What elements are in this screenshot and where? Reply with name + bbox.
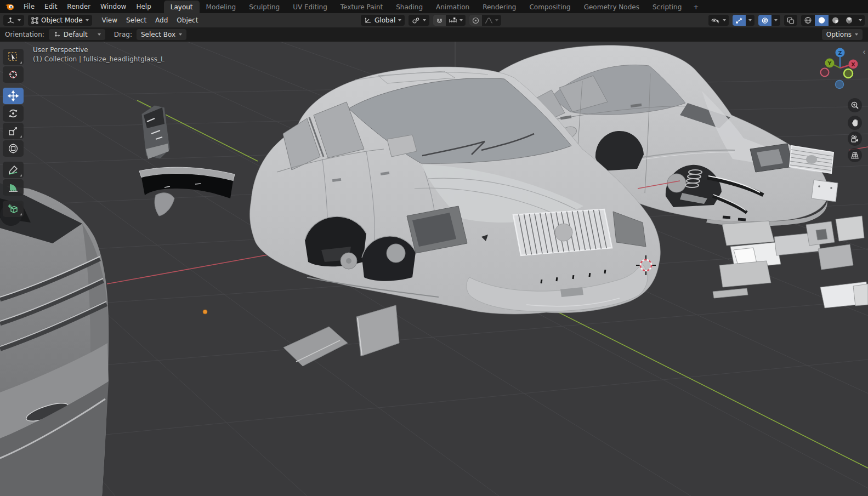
- transform-tool-icon: [8, 143, 19, 154]
- overlays-icon: [761, 17, 769, 24]
- toolbar: [3, 49, 24, 218]
- select-box-icon: [8, 52, 19, 62]
- perspective-toggle-button[interactable]: [848, 148, 862, 162]
- menu-render[interactable]: Render: [62, 0, 95, 13]
- topbar: File Edit Render Window Help Layout Mode…: [0, 0, 868, 13]
- navigation-gizmo[interactable]: Z Y X: [818, 46, 862, 91]
- tab-rendering[interactable]: Rendering: [476, 1, 523, 13]
- orientation-default-dropdown[interactable]: Default: [49, 29, 105, 40]
- transform-tool-button[interactable]: [3, 140, 24, 157]
- pivot-point-dropdown[interactable]: [409, 15, 429, 26]
- mode-dropdown[interactable]: Object Mode: [28, 15, 92, 26]
- xray-toggle[interactable]: [784, 15, 797, 26]
- menu-view[interactable]: View: [98, 16, 122, 24]
- object-origin-dot: [203, 310, 207, 314]
- annotate-tool-button[interactable]: [3, 162, 24, 178]
- drag-field-label: Drag:: [114, 31, 132, 38]
- chevron-down-icon: [98, 33, 101, 36]
- add-cube-tool-button[interactable]: [3, 201, 24, 217]
- add-cube-icon: [8, 203, 19, 214]
- menu-edit[interactable]: Edit: [39, 0, 62, 13]
- solid-shading-button[interactable]: [815, 15, 829, 26]
- object-visibility-dropdown[interactable]: [708, 15, 729, 26]
- measure-tool-icon: [8, 182, 19, 193]
- rotate-tool-button[interactable]: [3, 105, 24, 122]
- pivot-icon: [412, 17, 420, 24]
- gizmo-minus-z-axis[interactable]: [836, 81, 844, 89]
- material-preview-button[interactable]: [829, 15, 842, 26]
- tab-layout[interactable]: Layout: [164, 1, 200, 13]
- snap-increment-icon: [449, 17, 457, 24]
- chevron-down-icon: [855, 33, 858, 36]
- scale-tool-button[interactable]: [3, 123, 24, 139]
- menu-file[interactable]: File: [19, 0, 39, 13]
- options-dropdown[interactable]: Options: [822, 29, 863, 40]
- snap-group: [433, 15, 466, 26]
- wireframe-shading-button[interactable]: [801, 15, 815, 26]
- tab-sculpting[interactable]: Sculpting: [242, 1, 286, 13]
- rendered-shading-icon: [845, 16, 853, 24]
- gizmo-minus-y-axis[interactable]: [844, 69, 853, 78]
- menu-add[interactable]: Add: [151, 16, 172, 24]
- gizmo-dropdown[interactable]: [746, 15, 754, 26]
- xray-icon: [787, 17, 795, 24]
- chevron-down-icon: [723, 19, 726, 21]
- chevron-down-icon: [179, 33, 182, 36]
- tab-compositing[interactable]: Compositing: [523, 1, 577, 13]
- rendered-shading-button[interactable]: [842, 15, 856, 26]
- add-workspace-button[interactable]: +: [688, 1, 704, 13]
- visibility-eye-icon: [711, 17, 721, 24]
- move-tool-button[interactable]: [3, 88, 24, 104]
- gizmo-minus-x-axis[interactable]: [821, 69, 829, 77]
- material-preview-icon: [831, 16, 839, 24]
- cursor-tool-icon: [8, 69, 19, 80]
- tab-shading[interactable]: Shading: [389, 1, 429, 13]
- drag-value: Select Box: [141, 31, 175, 38]
- viewport-header: Object Mode View Select Add Object Globa…: [0, 13, 868, 27]
- snap-toggle[interactable]: [433, 15, 446, 26]
- tab-geometry-nodes[interactable]: Geometry Nodes: [577, 1, 646, 13]
- transform-orientation-dropdown[interactable]: Global: [361, 15, 405, 26]
- 3d-viewport[interactable]: User Perspective (1) Collection | fullsi…: [0, 42, 868, 496]
- camera-view-button[interactable]: [848, 132, 862, 146]
- menu-help[interactable]: Help: [131, 0, 156, 13]
- tab-modeling[interactable]: Modeling: [200, 1, 243, 13]
- pan-hand-icon: [851, 118, 859, 127]
- cursor-tool-button[interactable]: [3, 66, 24, 83]
- object-mode-icon: [31, 17, 38, 24]
- workspace-tabs: Layout Modeling Sculpting UV Editing Tex…: [164, 0, 704, 13]
- tab-animation[interactable]: Animation: [429, 1, 476, 13]
- chevron-down-icon: [774, 19, 778, 21]
- falloff-dropdown[interactable]: [482, 15, 501, 26]
- snap-target-dropdown[interactable]: [446, 15, 466, 26]
- chevron-down-icon: [459, 19, 463, 21]
- chevron-down-icon: [423, 19, 426, 21]
- drag-mode-dropdown[interactable]: Select Box: [137, 29, 186, 40]
- display-options: [708, 15, 865, 26]
- show-gizmo-toggle[interactable]: [733, 15, 746, 26]
- rotate-tool-icon: [8, 108, 19, 119]
- pan-button[interactable]: [848, 116, 862, 130]
- menu-select[interactable]: Select: [122, 16, 151, 24]
- measure-tool-button[interactable]: [3, 179, 24, 196]
- tab-uv-editing[interactable]: UV Editing: [286, 1, 334, 13]
- orientation-value: Default: [64, 31, 94, 38]
- svg-text:Y: Y: [827, 60, 832, 66]
- menu-object[interactable]: Object: [172, 16, 202, 24]
- transform-snap-tools: Global: [361, 15, 501, 26]
- zoom-button[interactable]: [848, 98, 862, 112]
- view-perspective-label: User Perspective: [33, 46, 88, 54]
- move-axes-icon: [53, 31, 60, 38]
- overlays-dropdown[interactable]: [771, 15, 780, 26]
- tab-scripting[interactable]: Scripting: [646, 1, 688, 13]
- show-overlays-toggle[interactable]: [758, 15, 771, 26]
- editor-type-dropdown[interactable]: [3, 15, 24, 26]
- blender-logo-icon[interactable]: [0, 3, 19, 11]
- collapse-sidebar-arrow[interactable]: ‹: [863, 48, 866, 56]
- select-box-tool-button[interactable]: [3, 49, 24, 65]
- tab-texture-paint[interactable]: Texture Paint: [334, 1, 389, 13]
- shading-dropdown[interactable]: [856, 15, 865, 26]
- viewport-scene[interactable]: [0, 42, 868, 496]
- menu-window[interactable]: Window: [95, 0, 131, 13]
- proportional-editing-toggle[interactable]: [469, 15, 482, 26]
